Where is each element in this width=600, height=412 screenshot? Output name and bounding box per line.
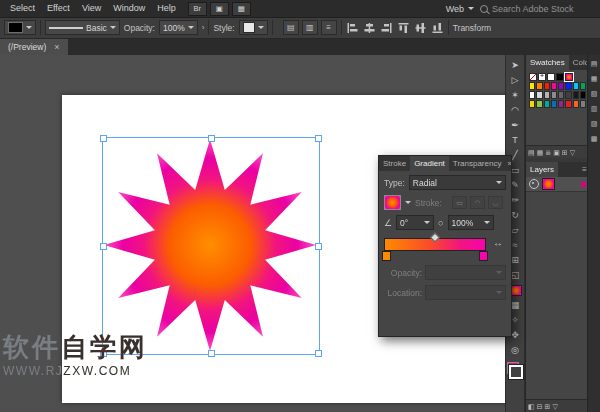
new-sublayer-icon[interactable]: ⊟ <box>537 403 543 410</box>
star-shape[interactable] <box>100 135 320 355</box>
options-icon[interactable]: ≡ <box>321 20 337 35</box>
swatch[interactable] <box>551 100 557 108</box>
dock-panel-icon-2[interactable]: ▦ <box>591 75 598 82</box>
menu-item-select[interactable]: Select <box>4 0 41 17</box>
gradient-across-stroke-icon[interactable]: ◡ <box>488 196 503 209</box>
tab-gradient[interactable]: Gradient <box>410 156 449 171</box>
swatch[interactable] <box>529 82 535 90</box>
swatch-gradient[interactable] <box>565 73 573 81</box>
reverse-gradient-icon[interactable]: ↔ <box>493 237 503 248</box>
align-horizontal-center-icon[interactable] <box>363 22 376 34</box>
chevron-down-icon[interactable] <box>405 201 411 204</box>
delete-layer-icon[interactable]: ▽ <box>552 403 557 410</box>
selection-tool[interactable]: ➤ <box>507 58 523 73</box>
direct-selection-tool[interactable]: ▷ <box>507 73 523 88</box>
swatch[interactable] <box>556 73 564 81</box>
panel-expand-icon[interactable]: » <box>507 159 511 168</box>
swatch[interactable] <box>565 91 571 99</box>
swatch[interactable] <box>544 100 550 108</box>
make-clipping-mask-icon[interactable]: ◧ <box>528 403 535 410</box>
swatch[interactable] <box>536 91 542 99</box>
stroke-profile-dropdown[interactable]: Basic <box>45 20 120 35</box>
stock-search-field[interactable]: Search Adobe Stock <box>480 4 592 14</box>
layer-selection-indicator[interactable] <box>581 182 586 187</box>
zoom-tool[interactable]: ◎ <box>507 343 523 358</box>
menu-item-effect[interactable]: Effect <box>41 0 76 17</box>
swatch[interactable] <box>565 100 571 108</box>
align-top-icon[interactable] <box>397 22 410 34</box>
align-right-icon[interactable] <box>380 22 393 34</box>
gradient-type-dropdown[interactable]: Radial <box>409 175 506 190</box>
dock-panel-icon-1[interactable]: ▤ <box>591 60 598 67</box>
bridge-icon[interactable]: Br <box>188 2 207 16</box>
menu-item-view[interactable]: View <box>76 0 107 17</box>
new-swatch-icon[interactable]: ⊞ <box>562 149 568 156</box>
gradient-midpoint-handle[interactable] <box>430 233 440 243</box>
lasso-tool[interactable]: ◠ <box>507 103 523 118</box>
swatch[interactable] <box>573 82 579 90</box>
arrange-documents-icon[interactable]: ▣ <box>210 2 229 16</box>
align-vertical-center-icon[interactable] <box>414 22 427 34</box>
visibility-eye-icon[interactable] <box>529 179 539 189</box>
dock-panel-icon-5[interactable]: ▨ <box>591 120 598 127</box>
swatch[interactable] <box>573 100 579 108</box>
document-setup-icon[interactable]: ▤ <box>283 20 299 35</box>
stop-opacity-dropdown[interactable] <box>425 265 506 280</box>
layer-row[interactable] <box>526 177 589 192</box>
swatch-kinds-icon[interactable]: ▦ <box>537 149 544 156</box>
layer-thumbnail[interactable] <box>542 178 555 190</box>
gradient-fill-thumbnail[interactable] <box>384 195 401 210</box>
align-left-icon[interactable] <box>346 22 359 34</box>
tab-stroke[interactable]: Stroke <box>379 156 410 171</box>
stroke-proxy[interactable] <box>509 365 523 379</box>
dock-panel-icon-3[interactable]: ▧ <box>591 90 598 97</box>
fill-stroke-indicator[interactable] <box>507 362 523 379</box>
swatch-registration[interactable] <box>538 73 546 81</box>
swatch[interactable] <box>529 91 535 99</box>
tab-swatches[interactable]: Swatches <box>526 55 569 70</box>
close-icon[interactable]: × <box>54 42 59 52</box>
swatch[interactable] <box>558 91 564 99</box>
swatch[interactable] <box>529 100 535 108</box>
menu-item-help[interactable]: Help <box>151 0 182 17</box>
swatch[interactable] <box>580 91 586 99</box>
tab-transparency[interactable]: Transparency <box>449 156 506 171</box>
gradient-slider-bar[interactable] <box>384 238 486 251</box>
type-tool[interactable]: T <box>507 133 523 148</box>
swatch[interactable] <box>551 91 557 99</box>
pen-tool[interactable]: ✒ <box>507 118 523 133</box>
swatch[interactable] <box>580 100 586 108</box>
gradient-stop-end[interactable] <box>479 251 488 261</box>
swatch[interactable] <box>536 82 542 90</box>
gradient-within-stroke-icon[interactable]: ▭ <box>452 196 467 209</box>
tab-layers[interactable]: Layers <box>526 162 558 177</box>
swatch-libraries-icon[interactable]: ▤ <box>528 149 535 156</box>
opacity-dropdown[interactable]: 100% <box>159 20 198 35</box>
magic-wand-tool[interactable]: ✶ <box>507 88 523 103</box>
dock-panel-icon-4[interactable]: ▥ <box>591 105 598 112</box>
swatch[interactable] <box>565 82 571 90</box>
delete-swatch-icon[interactable]: ▽ <box>570 149 575 156</box>
gradient-stop-start[interactable] <box>382 251 391 261</box>
gradient-along-stroke-icon[interactable]: ◠ <box>470 196 485 209</box>
swatch[interactable] <box>551 82 557 90</box>
swatch-none[interactable] <box>529 73 537 81</box>
aspect-ratio-dropdown[interactable]: 100% <box>448 215 494 230</box>
swatch-options-icon[interactable]: ≣ <box>545 149 551 156</box>
swatch[interactable] <box>558 100 564 108</box>
menu-item-window[interactable]: Window <box>107 0 151 17</box>
preferences-icon[interactable]: ▥ <box>302 20 318 35</box>
align-bottom-icon[interactable] <box>431 22 444 34</box>
swatch[interactable] <box>558 82 564 90</box>
swatch[interactable] <box>544 82 550 90</box>
swatch[interactable] <box>544 91 550 99</box>
new-layer-icon[interactable]: ⊞ <box>545 403 551 410</box>
tab-color[interactable]: Color <box>569 55 589 70</box>
angle-dropdown[interactable]: 0° <box>396 215 434 230</box>
stop-location-dropdown[interactable] <box>425 285 506 300</box>
swatch[interactable] <box>536 100 542 108</box>
layout-grid-icon[interactable]: ▦ <box>232 2 251 16</box>
workspace-switcher[interactable]: Web <box>440 4 480 14</box>
document-tab[interactable]: (/Preview) × <box>0 38 68 55</box>
transform-link[interactable]: Transform <box>453 23 491 33</box>
